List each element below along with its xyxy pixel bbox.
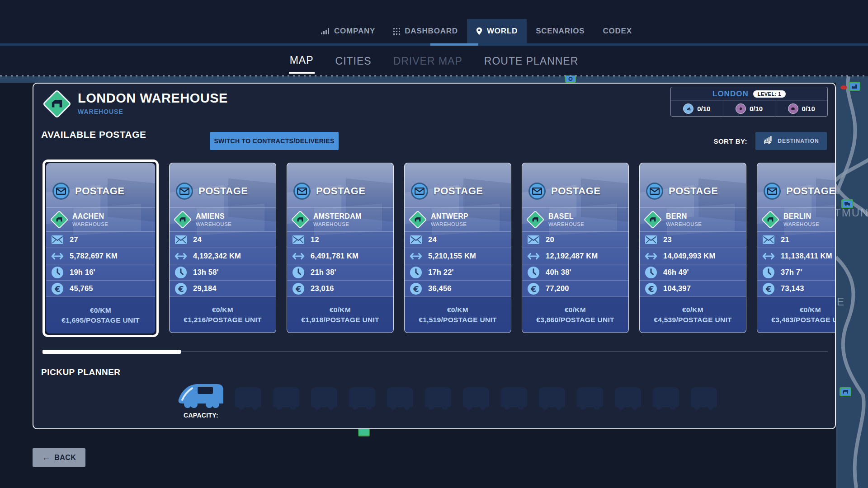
destination-type: WAREHOUSE (783, 221, 819, 227)
card-title: POSTAGE (198, 185, 248, 197)
train-wagon-slot[interactable] (349, 387, 375, 407)
destination-row: AMIENS WAREHOUSE (170, 207, 276, 231)
tab-route-planner[interactable]: ROUTE PLANNER (483, 49, 580, 73)
nav-item-dashboard[interactable]: DASHBOARD (384, 19, 467, 43)
clock-icon (762, 267, 775, 278)
clock-icon (51, 267, 64, 278)
price-per-km: €0/KM (682, 306, 703, 314)
train-wagon-slot[interactable] (235, 387, 261, 407)
clock-icon (292, 267, 305, 278)
warehouse-icon (291, 210, 310, 229)
card-header: POSTAGE (170, 163, 276, 207)
price-per-unit: €1,918/POSTAGE UNIT (301, 316, 379, 324)
train-wagon-slot[interactable] (653, 387, 679, 407)
distance-arrows-icon (762, 253, 775, 260)
warehouse-icon (42, 89, 71, 118)
price-value: 23,016 (311, 284, 334, 293)
destination-row: AMSTERDAM WAREHOUSE (287, 207, 393, 231)
cards-scrollbar-thumb[interactable] (42, 350, 181, 354)
price-value: 36,456 (428, 284, 452, 293)
mail-icon (292, 235, 305, 244)
stat-cell: 0/10 (723, 101, 776, 117)
distance-row: 5,210,155 KM (405, 248, 511, 264)
back-button[interactable]: ← BACK (33, 448, 85, 467)
postage-envelope-icon (764, 183, 781, 200)
tab-driver-map[interactable]: DRIVER MAP (392, 49, 463, 73)
pickup-planner-title: PICKUP PLANNER (41, 367, 121, 377)
postage-count-row: 24 (405, 231, 511, 248)
price-row: € 73,143 (757, 280, 835, 296)
switch-to-contracts-button[interactable]: SWITCH TO CONTRACTS/DELIVERIES (210, 132, 339, 150)
train-wagon-slot[interactable] (615, 387, 641, 407)
price-per-km: €0/KM (565, 306, 586, 314)
train-wagon-slot[interactable] (425, 387, 451, 407)
stat-cell: 0/10 (671, 101, 723, 117)
train-wagon-slot[interactable] (463, 387, 489, 407)
nav-item-company[interactable]: COMPANY (312, 19, 384, 43)
time-value: 17h 22' (428, 268, 454, 277)
card-header: POSTAGE (757, 163, 835, 207)
train-wagon-slot[interactable] (273, 387, 299, 407)
level-badge: LEVEL: 1 (753, 90, 786, 98)
city-stats: 0/10 0/10 0/10 (671, 101, 827, 117)
postage-count: 27 (70, 235, 78, 244)
price-value: 77,200 (546, 284, 569, 293)
distance-arrows-icon (527, 253, 540, 260)
wagon-row (235, 387, 717, 407)
map-poi-factory-icon (849, 82, 860, 91)
train-wagon-slot[interactable] (387, 387, 413, 407)
nav-item-label: COMPANY (334, 27, 375, 36)
postage-count-row: 23 (640, 231, 746, 248)
price-per-unit: €1,216/POSTAGE UNIT (184, 316, 262, 324)
euro-icon: € (51, 283, 64, 295)
postage-count: 23 (663, 235, 672, 244)
time-row: 13h 58' (170, 264, 276, 280)
grid-icon (393, 28, 400, 35)
euro-icon: € (644, 283, 658, 295)
postage-card[interactable]: POSTAGE ANTWERP WAREHOUSE 24 (404, 163, 511, 333)
postage-card[interactable]: POSTAGE AMSTERDAM WAREHOUSE 12 (287, 163, 394, 333)
destination-type: WAREHOUSE (313, 221, 362, 227)
map-poi-truck-icon (841, 199, 853, 208)
cards-row: POSTAGE AACHEN WAREHOUSE 27 (42, 160, 835, 340)
sub-navbar: MAP CITIES DRIVER MAP ROUTE PLANNER (0, 46, 868, 75)
train-wagon-slot[interactable] (501, 387, 527, 407)
map-pin-icon (476, 27, 482, 35)
card-title: POSTAGE (786, 185, 835, 197)
postage-card[interactable]: POSTAGE BASEL WAREHOUSE 20 (522, 163, 629, 333)
price-value: 104,397 (663, 284, 691, 293)
postage-card[interactable]: POSTAGE BERLIN WAREHOUSE 21 (757, 163, 835, 333)
tab-cities[interactable]: CITIES (335, 49, 373, 73)
mail-icon (409, 235, 423, 244)
warehouse-icon (50, 210, 69, 229)
tab-map[interactable]: MAP (289, 48, 315, 74)
nav-item-scenarios[interactable]: SCENARIOS (527, 19, 594, 43)
destination-row: BERLIN WAREHOUSE (757, 207, 835, 231)
postage-card[interactable]: POSTAGE BERN WAREHOUSE 23 (639, 163, 746, 333)
train-wagon-slot[interactable] (311, 387, 337, 407)
svg-text:€: € (295, 284, 302, 293)
destination-row: AACHEN WAREHOUSE (46, 207, 155, 231)
price-per-km: €0/KM (90, 306, 111, 314)
postage-card[interactable]: POSTAGE AACHEN WAREHOUSE 27 (42, 160, 159, 337)
nav-item-world[interactable]: WORLD (467, 19, 527, 43)
panel-header: LONDON WAREHOUSE WAREHOUSE (42, 89, 228, 118)
train-wagon-slot[interactable] (539, 387, 565, 407)
locomotive-icon[interactable] (177, 380, 226, 411)
postage-card[interactable]: POSTAGE AMIENS WAREHOUSE 24 (169, 163, 276, 333)
sort-destination-button[interactable]: DESTINATION (755, 132, 827, 150)
mail-icon (51, 235, 64, 244)
svg-text:€: € (765, 284, 772, 293)
price-row: € 77,200 (522, 280, 628, 296)
card-footer: €0/KM €3,483/POSTAGE UNIT (757, 296, 835, 333)
price-row: € 23,016 (287, 280, 393, 296)
card-title: POSTAGE (669, 185, 718, 197)
warehouse-icon (408, 210, 427, 229)
sort-value: DESTINATION (778, 138, 819, 144)
warehouse-icon (526, 210, 545, 229)
nav-item-codex[interactable]: CODEX (594, 19, 641, 43)
train-wagon-slot[interactable] (577, 387, 603, 407)
distance-value: 5,210,155 KM (428, 252, 476, 260)
train-wagon-slot[interactable] (691, 387, 717, 407)
map-city-label: TMUN (836, 206, 868, 219)
